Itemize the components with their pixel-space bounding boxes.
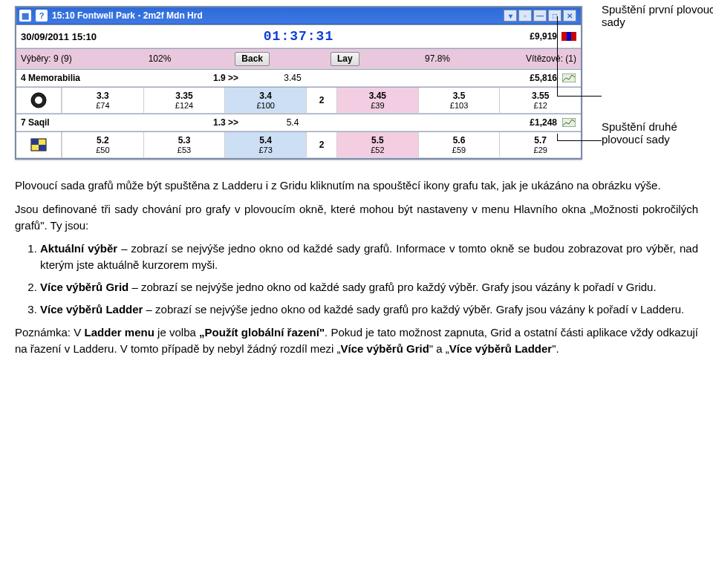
winners-count: Vítězové: (1) [484, 53, 576, 64]
price-cell[interactable]: 5.2£50 [62, 132, 143, 157]
list-item: Více výběrů Ladder – zobrazí se nejvýše … [40, 301, 698, 318]
list-item: Aktuální výběr – zobrazí se nejvýše jedn… [40, 241, 698, 273]
countdown-clock: 01:37:31 [264, 29, 333, 44]
window-title: 15:10 Fontwell Park - 2m2f Mdn Hrd [52, 10, 499, 21]
stats-row: Výběry: 9 (9) 102% Back Lay 97.8% Vítězo… [16, 48, 581, 69]
svg-rect-5 [31, 139, 39, 145]
stake-cell[interactable]: 2 [306, 88, 336, 113]
stake-cell[interactable]: 2 [306, 132, 336, 157]
lay-price-cell[interactable]: 5.5£52 [336, 132, 418, 157]
back-percentage: 102% [114, 53, 206, 64]
silk-icon [16, 132, 62, 157]
help-icon[interactable]: ? [36, 10, 48, 22]
window-minimize[interactable]: — [533, 10, 547, 22]
window-close[interactable]: ✕ [563, 10, 576, 22]
runner-back-price: 1.3 >> [192, 117, 259, 128]
runner-back-price: 1.9 >> [192, 73, 259, 83]
runner-matched: £5,816 [498, 73, 557, 83]
lay-percentage: 97.8% [391, 53, 484, 64]
chart-launch-icon[interactable] [561, 73, 576, 83]
betting-grid: ▦ ? 15:10 Fontwell Park - 2m2f Mdn Hrd ▾… [15, 6, 582, 160]
runner-header-row: 7 Saqil 1.3 >> 5.4 £1,248 [16, 114, 581, 131]
silk-icon [16, 88, 62, 113]
paragraph: Plovoucí sada grafů může být spuštěna z … [15, 177, 698, 194]
runner-prices-row: 5.2£50 5.3£53 5.4£73 2 5.5£52 5.6£59 5.7… [16, 131, 581, 158]
flag-icon [561, 32, 576, 41]
svg-rect-6 [39, 145, 46, 151]
svg-rect-3 [562, 118, 576, 127]
matched-total: £9,919 [530, 31, 557, 42]
event-datetime: 30/09/2011 15:10 [21, 31, 264, 42]
price-cell[interactable]: 3.5£103 [418, 88, 500, 113]
back-price-cell[interactable]: 5.4£73 [224, 132, 306, 157]
price-cell[interactable]: 3.55£12 [499, 88, 581, 113]
annotation-second-set: Spuštění druhé plovoucí sady [602, 120, 677, 146]
runner-matched: £1,248 [498, 117, 557, 128]
paragraph: Jsou definované tři sady chování pro gra… [15, 201, 698, 234]
runner-lay-price: 3.45 [259, 73, 326, 83]
chart-launch-icon[interactable] [561, 117, 576, 128]
price-cell[interactable]: 5.7£29 [499, 132, 581, 157]
event-info-row: 30/09/2011 15:10 01:37:31 £9,919 [16, 24, 581, 48]
svg-point-2 [35, 97, 42, 104]
svg-rect-0 [562, 74, 576, 82]
paragraph-note: Poznámka: V Ladder menu je volba „Použít… [15, 324, 698, 357]
window-titlebar[interactable]: ▦ ? 15:10 Fontwell Park - 2m2f Mdn Hrd ▾… [16, 7, 581, 24]
selections-count: Výběry: 9 (9) [21, 53, 114, 64]
window-button-1[interactable]: ▾ [504, 10, 517, 22]
price-cell[interactable]: 3.3£74 [62, 88, 143, 113]
runner-lay-price: 5.4 [259, 117, 326, 128]
price-cell[interactable]: 5.6£59 [418, 132, 500, 157]
price-cell[interactable]: 3.35£124 [143, 88, 225, 113]
numbered-list: Aktuální výběr – zobrazí se nejvýše jedn… [40, 241, 698, 317]
runner-name: 7 Saqil [21, 117, 192, 128]
back-header-button[interactable]: Back [235, 52, 270, 66]
runner-name: 4 Memorabilia [21, 73, 192, 83]
app-icon: ▦ [19, 10, 31, 22]
window-button-2[interactable]: ▫ [518, 10, 532, 22]
window-maximize[interactable]: □ [548, 10, 561, 22]
list-item: Více výběrů Grid – zobrazí se nejvýše je… [40, 279, 698, 295]
runner-header-row: 4 Memorabilia 1.9 >> 3.45 £5,816 [16, 69, 581, 87]
lay-header-button[interactable]: Lay [331, 52, 359, 66]
price-cell[interactable]: 5.3£53 [143, 132, 225, 157]
annotation-first-set: Spuštění první plovoucí sady [602, 3, 713, 28]
runner-prices-row: 3.3£74 3.35£124 3.4£100 2 3.45£39 3.5£10… [16, 87, 581, 114]
back-price-cell[interactable]: 3.4£100 [224, 88, 306, 113]
lay-price-cell[interactable]: 3.45£39 [336, 88, 418, 113]
